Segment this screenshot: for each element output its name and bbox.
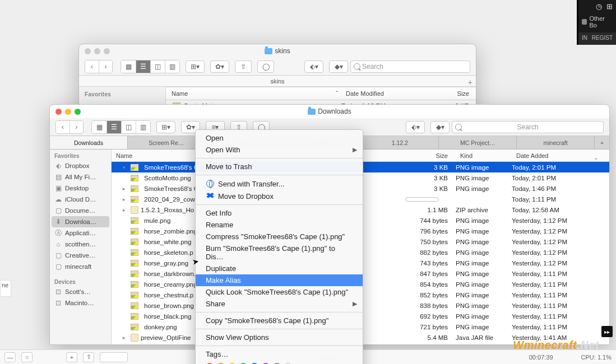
- file-name: horse_white.png: [144, 239, 191, 245]
- titlebar[interactable]: skins: [79, 44, 476, 58]
- menu-label: Compress "SmokeTrees68's Cape (1).png": [206, 232, 345, 241]
- menu-label: Move to Dropbox: [218, 192, 274, 200]
- tags-button[interactable]: ◯: [257, 60, 274, 73]
- menu-item-makealias[interactable]: Make Alias: [196, 274, 363, 286]
- sidebar-item-minecraft[interactable]: ▢minecraft: [50, 261, 111, 272]
- disclosure-triangle-icon[interactable]: ▾: [123, 165, 128, 170]
- image-file-icon: [131, 249, 138, 256]
- image-file-icon: [131, 196, 138, 203]
- context-menu[interactable]: OpenOpen With▶Move to TrashSend with Tra…: [195, 129, 363, 364]
- window-title: skins: [79, 47, 476, 55]
- sidebar-item-allmyfi[interactable]: ▤All My Fi…: [50, 171, 111, 183]
- sync-button[interactable]: ◆▾: [329, 60, 348, 73]
- status-button[interactable]: +: [66, 352, 77, 362]
- icon-view-button[interactable]: ▦: [92, 121, 106, 133]
- sidebar-icon: ⬖: [54, 162, 62, 170]
- file-kind: PNG image: [456, 185, 512, 192]
- search-input[interactable]: Search: [350, 60, 470, 73]
- menu-item-burnsmoketreesscapep[interactable]: Burn "SmokeTrees68's Cape (1).png" to Di…: [196, 242, 363, 263]
- dropbox-button[interactable]: ⬖▾: [406, 121, 425, 133]
- sidebar-item-scotts[interactable]: ⊡Scott's…: [50, 286, 111, 297]
- status-button[interactable]: [100, 352, 128, 362]
- column-date[interactable]: Date Added⌄: [512, 152, 601, 159]
- gallery-view-button[interactable]: ▥: [136, 121, 150, 133]
- file-name: 2020_04_29_cow: [144, 196, 195, 203]
- sidebar-item-icloudd[interactable]: ☁iCloud D…: [50, 194, 111, 205]
- folder-icon: [265, 48, 272, 54]
- menu-item-openwith[interactable]: Open With▶: [196, 144, 363, 156]
- menu-item-compresssmoketreessc[interactable]: Compress "SmokeTrees68's Cape (1).png": [196, 231, 363, 242]
- share-button[interactable]: ⇧: [235, 60, 252, 73]
- dropbox-button[interactable]: ⬖▾: [304, 60, 323, 73]
- tab-screemre[interactable]: Screem Re…: [128, 136, 206, 149]
- icon-view-button[interactable]: ▦: [121, 60, 136, 73]
- sidebar-item-docume[interactable]: ▢Docume…: [50, 205, 111, 216]
- column-view-button[interactable]: ◫: [150, 60, 165, 73]
- menu-item-getinfo[interactable]: Get Info: [196, 207, 363, 219]
- column-date[interactable]: Date Modified: [341, 90, 437, 97]
- gallery-view-button[interactable]: ▥: [165, 60, 179, 73]
- disclosure-triangle-icon[interactable]: ▸: [123, 197, 128, 202]
- menu-item-quicklooksmoketreess[interactable]: Quick Look "SmokeTrees68's Cape (1).png": [196, 286, 363, 298]
- sidebar-item-scotthen[interactable]: ⌂scotthen…: [50, 239, 111, 250]
- menu-item-share[interactable]: Share▶: [196, 298, 363, 310]
- file-name: horse_darkbrown.: [144, 270, 196, 277]
- sidebar-item-applicati[interactable]: ⒶApplicati…: [50, 227, 111, 239]
- file-size: 838 bytes: [405, 302, 456, 309]
- forward-button[interactable]: ›: [99, 60, 112, 73]
- file-date: Yesterday, 1:11 PM: [512, 302, 601, 309]
- search-input[interactable]: Search: [452, 121, 604, 133]
- column-view-button[interactable]: ◫: [121, 121, 136, 133]
- sidebar-item-creative[interactable]: ▢Creative…: [50, 250, 111, 261]
- menu-item-movetodropbox[interactable]: Move to Dropbox: [196, 190, 363, 202]
- column-name[interactable]: Name: [172, 90, 188, 97]
- disclosure-triangle-icon[interactable]: ▸: [123, 335, 128, 340]
- column-kind[interactable]: Kind: [456, 152, 512, 159]
- tab-mcproject[interactable]: MC Project…: [439, 136, 517, 149]
- archive-icon: [131, 344, 138, 345]
- back-button[interactable]: ‹: [85, 60, 99, 73]
- action-button[interactable]: ✿▾: [210, 60, 229, 73]
- disclosure-triangle-icon[interactable]: ▸: [123, 207, 128, 213]
- new-tab-button[interactable]: +: [468, 77, 473, 88]
- list-view-button[interactable]: ☰: [106, 121, 121, 133]
- tab-downloads[interactable]: Downloads: [50, 136, 128, 149]
- new-tab-button[interactable]: +: [595, 136, 609, 149]
- menu-label: Open With: [206, 146, 240, 154]
- pathbar: skins+: [79, 76, 476, 87]
- titlebar[interactable]: Downloads: [50, 105, 609, 118]
- file-size: 852 bytes: [405, 292, 456, 298]
- status-button[interactable]: ○: [21, 352, 33, 362]
- forward-button[interactable]: ›: [70, 121, 83, 133]
- status-button[interactable]: —: [4, 352, 16, 362]
- status-button[interactable]: ⇧: [83, 352, 94, 362]
- tab-1122[interactable]: 1.12.2: [361, 136, 439, 149]
- menu-item-sendwithtransfer[interactable]: Send with Transfer...: [196, 178, 363, 190]
- arrange-button[interactable]: ⊞▾: [156, 121, 175, 133]
- menu-label: Duplicate: [206, 264, 236, 273]
- tab-minecraft[interactable]: minecraft: [517, 136, 595, 149]
- sync-button[interactable]: ◆▾: [430, 121, 450, 133]
- column-size[interactable]: Size: [437, 90, 476, 97]
- file-date: Yesterday, 1:12 PM: [512, 228, 601, 235]
- sidebar-item-dropbox[interactable]: ⬖Dropbox: [50, 160, 111, 171]
- menu-item-copysmoketreesscapep[interactable]: Copy "SmokeTrees68's Cape (1).png": [196, 315, 363, 326]
- file-name: horse_skeleton.p: [144, 249, 193, 256]
- back-button[interactable]: ‹: [56, 121, 70, 133]
- column-size[interactable]: Size: [405, 152, 456, 159]
- sidebar-item-macinto[interactable]: ⊡Macinto…: [50, 297, 111, 309]
- menu-item-movetotrash[interactable]: Move to Trash: [196, 161, 363, 172]
- list-view-button[interactable]: ☰: [136, 60, 150, 73]
- image-file-icon: [131, 270, 138, 277]
- sidebar-item-downloa[interactable]: ⬇Downloa…: [52, 216, 109, 227]
- background-button[interactable]: ▸▸: [601, 326, 613, 337]
- sidebar-item-desktop[interactable]: ▣Desktop: [50, 183, 111, 194]
- menu-item-tags[interactable]: Tags…: [196, 348, 363, 360]
- disclosure-triangle-icon[interactable]: ▸: [123, 186, 128, 192]
- arrange-button[interactable]: ⊞▾: [186, 60, 205, 73]
- menu-item-duplicate[interactable]: Duplicate: [196, 263, 363, 274]
- menu-item-open[interactable]: Open: [196, 132, 363, 144]
- menu-item-showviewoptions[interactable]: Show View Options: [196, 332, 363, 343]
- archive-icon: [131, 334, 138, 342]
- menu-item-rename[interactable]: Rename: [196, 219, 363, 231]
